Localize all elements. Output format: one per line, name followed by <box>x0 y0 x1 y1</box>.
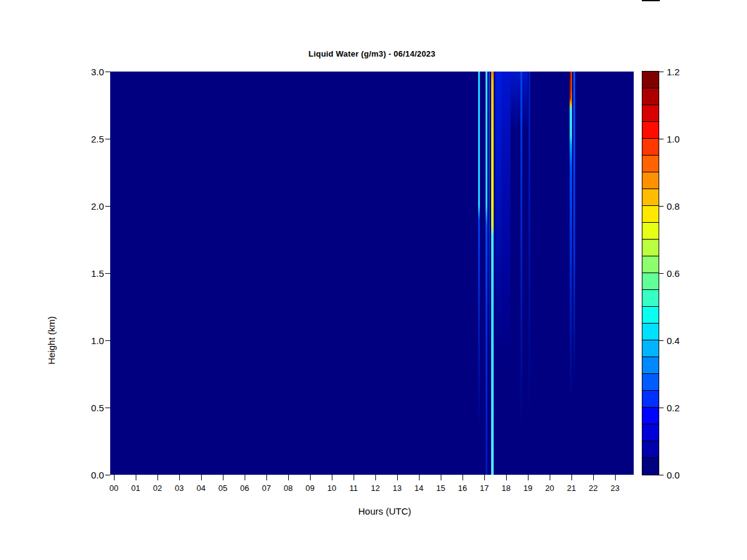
y-tick-label: 3.0 <box>79 67 104 77</box>
colorbar-segment <box>642 139 659 156</box>
streak-2108utc <box>573 72 575 475</box>
y-tick-mark <box>105 139 110 139</box>
colorbar-tick-mark <box>659 273 664 274</box>
y-tick-label: 1.5 <box>79 268 104 279</box>
x-tick-mark <box>484 475 485 480</box>
x-tick-mark <box>419 475 420 480</box>
colorbar-tick-label: 0.4 <box>667 335 680 346</box>
x-tick-label: 17 <box>475 483 494 493</box>
colorbar-segment <box>642 88 659 105</box>
x-tick-label: 21 <box>562 483 581 493</box>
x-tick-mark <box>571 475 572 480</box>
y-tick-mark <box>105 408 110 408</box>
colorbar-segment <box>642 156 659 172</box>
x-tick-label: 23 <box>606 483 624 493</box>
x-tick-label: 10 <box>322 483 341 493</box>
x-tick-mark <box>506 475 507 480</box>
streak-1904utc <box>529 72 530 475</box>
y-tick-mark <box>105 273 110 274</box>
x-tick-mark <box>136 475 136 480</box>
x-tick-mark <box>593 475 594 480</box>
y-tick-mark <box>105 340 110 341</box>
y-tick-mark <box>105 206 110 207</box>
colorbar-segment <box>642 256 659 273</box>
x-axis-title: Hours (UTC) <box>110 506 659 516</box>
colorbar-tick-label: 0.6 <box>667 268 680 279</box>
x-tick-label: 02 <box>148 483 167 493</box>
x-tick-mark <box>179 475 180 480</box>
y-tick-label: 2.5 <box>79 134 104 144</box>
y-tick-label: 0.5 <box>79 403 104 413</box>
colorbar-tick-label: 0.0 <box>667 470 680 480</box>
x-tick-label: 06 <box>235 483 254 493</box>
x-tick-label: 12 <box>366 483 385 493</box>
clipped-ui-fragment <box>642 0 660 1</box>
x-tick-label: 11 <box>344 483 363 493</box>
colorbar-tick-mark <box>659 72 664 72</box>
colorbar-segment <box>642 206 659 223</box>
chart-title: Liquid Water (g/m3) - 06/14/2023 <box>110 49 634 58</box>
colorbar-segment <box>642 374 659 391</box>
wash-top-1840utc <box>510 72 528 475</box>
colorbar-tick-label: 0.2 <box>667 403 680 413</box>
colorbar-segment <box>642 441 659 458</box>
x-tick-mark <box>310 475 311 480</box>
x-tick-label: 14 <box>410 483 428 493</box>
colorbar-segment <box>642 391 659 408</box>
x-tick-label: 15 <box>431 483 450 493</box>
y-axis-title: Height (km) <box>46 316 57 365</box>
y-tick-label: 1.0 <box>79 335 104 346</box>
plot-area <box>110 72 634 475</box>
y-tick-label: 0.0 <box>79 470 104 480</box>
colorbar-segment <box>642 273 659 290</box>
colorbar-segment <box>642 357 659 374</box>
colorbar-tick-mark <box>659 408 664 408</box>
x-tick-label: 22 <box>584 483 603 493</box>
colorbar-tick-label: 1.0 <box>667 134 680 144</box>
x-tick-label: 20 <box>540 483 559 493</box>
colorbar-segment <box>642 340 659 357</box>
x-tick-mark <box>441 475 441 480</box>
y-tick-label: 2.0 <box>79 201 104 212</box>
x-tick-mark <box>157 475 158 480</box>
colorbar-tick-label: 1.2 <box>667 67 680 77</box>
colorbar-segment <box>642 72 659 88</box>
colorbar-segment <box>642 424 659 441</box>
colorbar-tick-mark <box>659 340 664 341</box>
y-tick-mark <box>105 475 110 475</box>
colorbar-segment <box>642 240 659 256</box>
colorbar-segment <box>642 105 659 122</box>
x-tick-mark <box>223 475 223 480</box>
x-tick-label: 03 <box>170 483 189 493</box>
x-tick-mark <box>615 475 616 480</box>
streak-1714utc <box>489 72 490 475</box>
colorbar-segment <box>642 223 659 240</box>
x-tick-mark <box>332 475 332 480</box>
streak-2058utc-core <box>570 72 571 475</box>
colorbar-tick-mark <box>659 475 664 475</box>
x-tick-label: 00 <box>105 483 123 493</box>
colorbar-segment <box>642 189 659 206</box>
x-tick-mark <box>114 475 115 480</box>
colorbar-segment <box>642 458 659 475</box>
colorbar-segment <box>642 408 659 424</box>
x-tick-label: 19 <box>519 483 537 493</box>
x-tick-mark <box>245 475 245 480</box>
x-tick-label: 08 <box>279 483 298 493</box>
x-tick-mark <box>201 475 202 480</box>
x-tick-mark <box>288 475 289 480</box>
colorbar-tick-mark <box>659 206 664 207</box>
streak-1723utc-main <box>491 72 494 475</box>
x-tick-mark <box>354 475 354 480</box>
x-tick-label: 13 <box>388 483 406 493</box>
figure-canvas: Liquid Water (g/m3) - 06/14/2023 Height … <box>0 0 747 560</box>
x-tick-label: 04 <box>192 483 210 493</box>
x-tick-mark <box>550 475 550 480</box>
colorbar-segment <box>642 172 659 189</box>
streak-1842utc <box>520 72 522 475</box>
colorbar <box>642 71 659 475</box>
x-tick-label: 01 <box>126 483 145 493</box>
colorbar-segment <box>642 290 659 307</box>
colorbar-tick-mark <box>659 139 664 139</box>
x-tick-mark <box>375 475 376 480</box>
